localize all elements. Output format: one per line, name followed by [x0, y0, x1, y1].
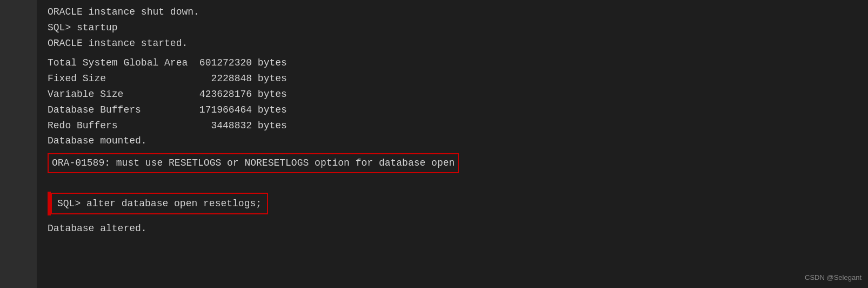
command-text: SQL> alter database open resetlogs; [51, 193, 268, 215]
line-3: ORACLE instance started. [48, 36, 857, 51]
line-1: ORACLE instance shut down. [48, 4, 857, 20]
error-message: ORA-01589: must use RESETLOGS or NORESET… [48, 153, 459, 173]
line-9: Database mounted. [48, 133, 857, 149]
line-2: SQL> startup [48, 20, 857, 36]
command-block: SQL> alter database open resetlogs; [48, 192, 857, 215]
terminal-output: ORACLE instance shut down. SQL> startup … [37, 0, 868, 288]
line-5: Fixed Size 2228848 bytes [48, 71, 857, 87]
line-7: Database Buffers 171966464 bytes [48, 102, 857, 118]
final-line: Database altered. [48, 221, 857, 237]
left-sidebar [0, 0, 37, 288]
watermark: CSDN @Selegant [805, 272, 862, 284]
line-8: Redo Buffers 3448832 bytes [48, 118, 857, 134]
line-6: Variable Size 423628176 bytes [48, 87, 857, 102]
line-4: Total System Global Area 601272320 bytes [48, 55, 857, 71]
